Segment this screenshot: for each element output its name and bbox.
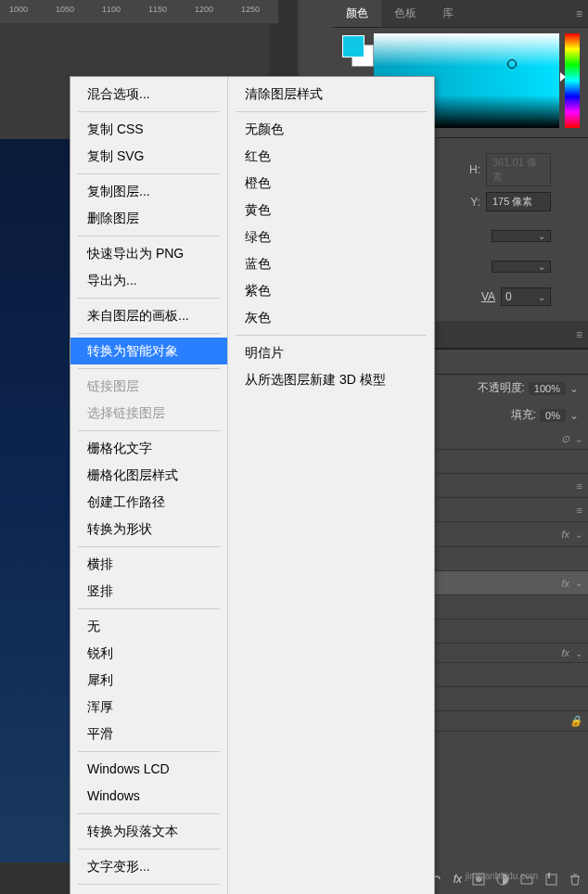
menu-quick-export-png[interactable]: 快速导出为 PNG <box>70 240 227 267</box>
tab-swatches[interactable]: 色板 <box>381 0 429 27</box>
hue-strip[interactable] <box>565 33 580 128</box>
y-label: Y: <box>462 196 480 209</box>
foreground-color-chip[interactable] <box>342 35 364 57</box>
y-field[interactable]: 175 像素 <box>486 192 551 211</box>
fx-button[interactable]: fx <box>454 873 462 886</box>
panel-menu-icon[interactable]: ≡ <box>570 7 588 20</box>
menu-color-green[interactable]: 绿色 <box>228 224 434 250</box>
menu-new-3d-from-layer[interactable]: 从所选图层新建 3D 模型 <box>228 366 434 393</box>
opacity-label: 不透明度: <box>478 380 525 396</box>
fx-badge[interactable]: fx <box>561 529 569 540</box>
opacity-value[interactable]: 100% <box>529 382 566 395</box>
chevron-down-icon: ⌄ <box>533 262 550 272</box>
spectrum-cursor[interactable] <box>507 59 517 69</box>
chevron-down-icon[interactable]: ⌄ <box>575 530 582 540</box>
dropdown-2[interactable]: ⌄ <box>492 261 551 273</box>
fx-badge[interactable]: fx <box>561 578 569 589</box>
height-label: H: <box>462 163 480 176</box>
layer-context-menu: 混合选项... 复制 CSS 复制 SVG 复制图层... 删除图层 快速导出为… <box>70 76 435 894</box>
svg-rect-18 <box>546 875 556 885</box>
filter-controls-icon[interactable]: ≡ <box>577 504 582 516</box>
menu-copy-css[interactable]: 复制 CSS <box>70 116 227 143</box>
menu-copy-svg[interactable]: 复制 SVG <box>70 143 227 170</box>
ruler-tick: 1100 <box>102 5 121 14</box>
menu-rasterize-style[interactable]: 栅格化图层样式 <box>70 462 227 489</box>
menu-windows-lcd[interactable]: Windows LCD <box>70 756 227 783</box>
menu-color-none[interactable]: 无颜色 <box>228 116 434 143</box>
svg-rect-19 <box>548 873 550 878</box>
fill-value[interactable]: 0% <box>540 409 566 422</box>
chevron-down-icon[interactable]: ⌄ <box>575 434 582 444</box>
menu-link-layers: 链接图层 <box>70 373 227 400</box>
chevron-down-icon: ⌄ <box>533 288 550 305</box>
chevron-down-icon[interactable]: ⌄ <box>569 382 579 395</box>
menu-strong[interactable]: 浑厚 <box>70 694 227 721</box>
ruler-tick: 1050 <box>56 5 74 14</box>
menu-delete-layer[interactable]: 删除图层 <box>70 205 227 232</box>
menu-warp-text[interactable]: 文字变形... <box>70 853 227 880</box>
chevron-down-icon: ⌄ <box>533 231 550 241</box>
menu-release-isolation: 从隔离图层释放 <box>70 888 227 894</box>
menu-crisp[interactable]: 犀利 <box>70 667 227 694</box>
menu-color-purple[interactable]: 紫色 <box>228 277 434 304</box>
menu-vertical[interactable]: 竖排 <box>70 578 227 605</box>
va-field[interactable]: 0⌄ <box>501 287 551 306</box>
chevron-down-icon[interactable]: ⌄ <box>575 648 582 658</box>
menu-create-work-path[interactable]: 创建工作路径 <box>70 489 227 516</box>
menu-duplicate-layer[interactable]: 复制图层... <box>70 178 227 205</box>
fx-badge[interactable]: fx <box>561 647 569 658</box>
menu-smooth[interactable]: 平滑 <box>70 721 227 747</box>
ruler-horizontal: 1000 1050 1100 1150 1200 1250 <box>0 0 278 23</box>
dropdown-1[interactable]: ⌄ <box>492 230 551 242</box>
menu-postcard[interactable]: 明信片 <box>228 339 434 366</box>
menu-blending-options[interactable]: 混合选项... <box>70 81 227 108</box>
menu-color-red[interactable]: 红色 <box>228 143 434 170</box>
fill-label: 填充: <box>511 407 536 423</box>
hue-cursor-icon[interactable] <box>560 72 566 82</box>
menu-none[interactable]: 无 <box>70 613 227 640</box>
menu-convert-paragraph[interactable]: 转换为段落文本 <box>70 818 227 845</box>
menu-select-linked: 选择链接图层 <box>70 400 227 427</box>
tab-color[interactable]: 颜色 <box>333 0 381 27</box>
context-menu-col-right: 清除图层样式 无颜色 红色 橙色 黄色 绿色 蓝色 紫色 灰色 明信片 从所选图… <box>228 77 434 894</box>
color-panel-tabs: 颜色 色板 库 ≡ <box>333 0 588 28</box>
menu-rasterize-type[interactable]: 栅格化文字 <box>70 435 227 462</box>
menu-color-blue[interactable]: 蓝色 <box>228 250 434 277</box>
menu-color-orange[interactable]: 橙色 <box>228 170 434 197</box>
ruler-tick: 1200 <box>195 5 213 14</box>
menu-artboard-from-layers[interactable]: 来自图层的画板... <box>70 302 227 329</box>
menu-color-gray[interactable]: 灰色 <box>228 304 434 331</box>
menu-sharp[interactable]: 锐利 <box>70 640 227 667</box>
lock-icon: 🔒 <box>569 715 582 727</box>
va-icon: VA <box>481 290 495 303</box>
menu-export-as[interactable]: 导出为... <box>70 267 227 294</box>
tab-libraries[interactable]: 库 <box>429 0 467 27</box>
new-layer-icon[interactable] <box>543 872 558 887</box>
trash-icon[interactable] <box>568 872 582 887</box>
eye-icon[interactable]: ⊙ <box>561 433 569 445</box>
panel-menu-icon[interactable]: ≡ <box>570 328 588 341</box>
watermark-text: jinɡyanbaidu.com <box>466 871 538 881</box>
menu-convert-smart-object[interactable]: 转换为智能对象 <box>70 338 227 364</box>
context-menu-col-left: 混合选项... 复制 CSS 复制 SVG 复制图层... 删除图层 快速导出为… <box>70 77 228 894</box>
menu-color-yellow[interactable]: 黄色 <box>228 197 434 224</box>
menu-convert-to-shape[interactable]: 转换为形状 <box>70 516 227 543</box>
menu-windows[interactable]: Windows <box>70 783 227 810</box>
ruler-tick: 1000 <box>9 5 28 14</box>
canvas-document[interactable] <box>0 139 70 862</box>
filter-controls-icon[interactable]: ≡ <box>577 480 582 492</box>
menu-horizontal[interactable]: 横排 <box>70 551 227 578</box>
height-field: 361.01 像素 <box>486 153 551 186</box>
chevron-down-icon[interactable]: ⌄ <box>575 578 582 588</box>
ruler-tick: 1250 <box>241 5 260 14</box>
ruler-tick: 1150 <box>148 5 167 14</box>
menu-clear-style[interactable]: 清除图层样式 <box>228 81 434 108</box>
chevron-down-icon[interactable]: ⌄ <box>569 409 579 422</box>
